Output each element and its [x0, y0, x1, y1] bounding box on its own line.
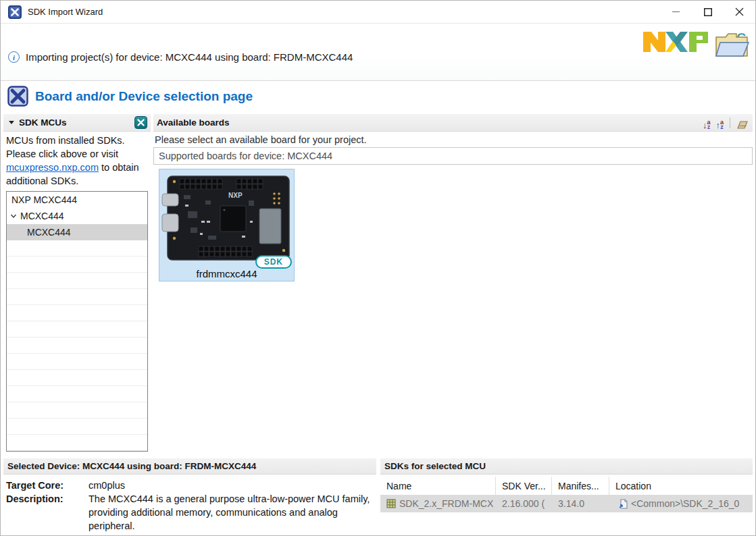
page-title: Board and/or Device selection page [35, 89, 253, 104]
mcu-list-empty-row [7, 240, 147, 257]
mcuxpresso-app-icon [8, 5, 22, 19]
sort-descending-button[interactable]: ↓ a z [702, 116, 711, 130]
page-heading: Board and/or Device selection page [7, 86, 253, 107]
available-boards-header: Available boards ↓ a z ↑ a z [153, 114, 753, 132]
sdk-mcus-close-button[interactable] [134, 116, 147, 129]
sdks-title: SDKs for selected MCU [384, 461, 486, 471]
selected-device-header: Selected Device: MCXC444 using board: FR… [3, 458, 376, 475]
mcu-list-empty-row [7, 273, 147, 289]
tree-row-mcxc444-selected[interactable]: MCXC444 [7, 224, 147, 240]
wizard-message: Importing project(s) for device: MCXC444… [26, 51, 353, 63]
mcu-list-empty-row [7, 419, 147, 435]
mcu-list-empty-row [7, 305, 147, 321]
info-icon: i [8, 51, 20, 63]
sort-az-icon: a z [707, 120, 710, 130]
tree-label: MCXC444 [20, 211, 64, 221]
column-header-sdk-version[interactable]: SDK Ver... [496, 477, 552, 495]
column-header-name[interactable]: Name [380, 477, 496, 495]
window-controls [660, 1, 755, 23]
maximize-button[interactable] [692, 1, 724, 23]
import-project-folder-icon: C [713, 28, 751, 61]
sdks-table: Name SDK Ver... Manifes... Location SDK_… [380, 477, 753, 512]
board-name: frdmmcxc444 [159, 268, 294, 279]
sdk-import-wizard-window: SDK Import Wizard i Importing project(s)… [0, 0, 756, 536]
selected-device-title: Selected Device: MCXC444 using board: FR… [7, 461, 256, 471]
target-core-label: Target Core: [6, 479, 86, 492]
sdk-version-cell: 2.16.000 ( [496, 498, 552, 509]
sdk-name-text: SDK_2.x_FRDM-MCX [399, 498, 493, 509]
mcu-list-empty-row [7, 370, 147, 386]
sdk-manifest-cell: 3.14.0 [552, 498, 609, 509]
column-header-location[interactable]: Location [609, 477, 753, 495]
board-toolbar: ↓ a z ↑ a z [702, 116, 749, 130]
sdk-location-cell: <Common>\SDK_2_16_0 [609, 498, 753, 509]
maximize-icon [704, 8, 712, 16]
title-bar: SDK Import Wizard [1, 1, 755, 24]
wizard-header: i Importing project(s) for device: MCXC4… [1, 24, 755, 81]
board-filter-input[interactable] [153, 147, 753, 165]
board-card-frdmmcxc444[interactable]: NXP SDK [159, 169, 295, 282]
sdks-table-header: Name SDK Ver... Manifes... Location [380, 477, 753, 495]
teal-x-icon [137, 119, 145, 126]
sdks-panel: SDKs for selected MCU Name SDK Ver... Ma… [380, 458, 753, 512]
mcu-list-empty-row [7, 338, 147, 354]
linked-file-icon [619, 499, 628, 509]
mcu-tree-list: NXP MCXC444 MCXC444 MCXC444 [6, 191, 148, 452]
close-icon [735, 7, 744, 16]
mcuxpresso-page-icon [7, 86, 28, 107]
tree-label: MCXC444 [27, 227, 71, 238]
sdk-badge: SDK [255, 255, 292, 269]
sdk-mcus-title: SDK MCUs [19, 117, 67, 128]
clear-filter-button[interactable] [736, 116, 749, 130]
svg-text:NXP: NXP [228, 192, 243, 199]
sdk-name-cell: SDK_2.x_FRDM-MCX [380, 498, 496, 509]
minimize-button[interactable] [660, 1, 692, 23]
sdk-mcus-desc-part1: MCUs from installed SDKs. Please click a… [6, 135, 125, 159]
target-core-value: cm0plus [89, 479, 376, 492]
selected-device-panel: Selected Device: MCXC444 using board: FR… [3, 458, 376, 533]
description-label: Description: [6, 492, 86, 533]
device-details: Target Core: cm0plus Description: The MC… [3, 475, 376, 533]
close-button[interactable] [724, 1, 755, 23]
column-header-manifest[interactable]: Manifes... [552, 477, 609, 495]
mcu-list-empty-row [7, 435, 147, 451]
brand-area: C [642, 28, 751, 61]
nxp-logo [642, 28, 709, 56]
sdk-mcus-header: SDK MCUs [3, 114, 151, 132]
mcu-list-empty-row [7, 289, 147, 305]
sdk-location-text: <Common>\SDK_2_16_0 [631, 498, 739, 509]
mcu-list-empty-row [7, 402, 147, 419]
collapse-triangle-icon[interactable] [9, 121, 14, 124]
sdk-package-icon [386, 499, 396, 508]
eraser-icon [736, 120, 749, 130]
sdks-header: SDKs for selected MCU [380, 458, 753, 475]
tree-row-mcxc444-group[interactable]: MCXC444 [7, 208, 147, 224]
mcuxpresso-link[interactable]: mcuxpresso.nxp.com [6, 162, 99, 173]
available-boards-panel: Available boards ↓ a z ↑ a z [153, 114, 753, 282]
sdk-mcus-panel: SDK MCUs MCUs from installed SDKs. Pleas… [3, 114, 151, 452]
sort-ascending-button[interactable]: ↑ a z [715, 116, 724, 130]
tree-row-nxp-mcxc444[interactable]: NXP MCXC444 [7, 192, 147, 208]
toolbar-separator [730, 117, 730, 128]
description-value: The MCXC444 is a general purpose ultra-l… [89, 492, 376, 533]
sort-az-icon: a z [720, 120, 724, 130]
board-instruction: Please select an available board for you… [153, 132, 753, 147]
minimize-icon [672, 8, 680, 16]
chevron-down-icon [9, 212, 18, 220]
board-photo: NXP [161, 171, 294, 264]
mcu-list-empty-row [7, 321, 147, 338]
available-boards-title: Available boards [157, 117, 230, 128]
tree-label: NXP MCXC444 [11, 194, 77, 205]
wizard-message-line: i Importing project(s) for device: MCXC4… [8, 51, 353, 63]
window-title: SDK Import Wizard [28, 7, 103, 17]
mcu-list-empty-row [7, 386, 147, 402]
sdk-mcus-description: MCUs from installed SDKs. Please click a… [3, 132, 151, 189]
sdk-table-row[interactable]: SDK_2.x_FRDM-MCX 2.16.000 ( 3.14.0 <Comm… [380, 495, 753, 512]
mcu-list-empty-row [7, 354, 147, 370]
mcu-list-empty-row [7, 257, 147, 273]
